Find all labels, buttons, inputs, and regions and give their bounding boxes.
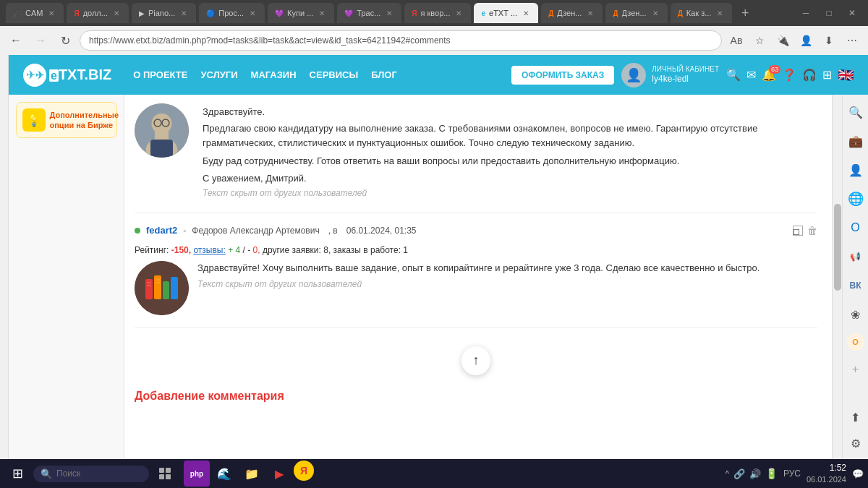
keyboard-layout[interactable]: РУС: [783, 468, 801, 479]
headset-icon[interactable]: 🎧: [802, 68, 817, 82]
battery-icon[interactable]: 🔋: [765, 468, 778, 479]
taskbar-search-input[interactable]: [56, 468, 129, 479]
nav-about[interactable]: О ПРОЕКТЕ: [133, 69, 187, 80]
sidebar-widget[interactable]: 💡 Дополнительные опции на Бирже: [16, 102, 117, 138]
right-settings-icon[interactable]: ⚙: [846, 433, 866, 453]
rating-line: Рейтинг: -150, отзывы: + 4 / - 0, другие…: [135, 245, 817, 255]
address-bar[interactable]: https://www.etxt.biz/admin.php?mod=tasks…: [80, 30, 722, 51]
tab-pros[interactable]: 🔵 Прос... ✕: [199, 3, 265, 23]
right-ok-icon[interactable]: О: [847, 333, 864, 351]
download-icon[interactable]: ⬇: [819, 30, 839, 51]
taskbar-php-icon[interactable]: php: [184, 461, 210, 487]
tab-kvorp[interactable]: Я я квор... ✕: [404, 3, 471, 23]
tab-dzen1[interactable]: Д Дзен... ✕: [541, 3, 603, 23]
person-avatar-svg: [135, 103, 189, 158]
tab-close-kvorp[interactable]: ✕: [454, 8, 464, 18]
taskbar-yandex-icon[interactable]: Я: [294, 461, 314, 481]
tab-close-pros[interactable]: ✕: [247, 8, 258, 18]
taskbar-search[interactable]: 🔍: [33, 466, 149, 482]
taskbar-files-icon[interactable]: 📁: [239, 461, 265, 487]
network-icon[interactable]: 🔗: [733, 468, 745, 479]
tab-close-dzen2[interactable]: ✕: [650, 8, 660, 18]
show-hidden-icon[interactable]: ^: [726, 469, 729, 478]
tab-close-cam[interactable]: ✕: [46, 8, 56, 18]
maximize-button[interactable]: □: [819, 3, 839, 23]
site-logo[interactable]: ✈ еTXT.BIZ: [23, 64, 111, 87]
reviews-link[interactable]: отзывы:: [193, 245, 225, 255]
scrollbar-area[interactable]: [832, 95, 842, 459]
right-vk-icon[interactable]: ВК: [846, 275, 866, 296]
taskbar-youtube-icon[interactable]: ▶: [266, 461, 292, 487]
nav-shop[interactable]: МАГАЗИН: [251, 69, 297, 80]
back-button[interactable]: ←: [6, 30, 26, 51]
comment2-checkbox[interactable]: □: [793, 226, 803, 236]
extensions-icon[interactable]: 🔌: [773, 30, 793, 51]
right-notif-icon[interactable]: 📢: [846, 247, 866, 267]
nav-blog[interactable]: БЛОГ: [371, 69, 397, 80]
new-tab-button[interactable]: +: [735, 3, 755, 23]
notification-badge[interactable]: 🔔 63: [762, 68, 776, 82]
tab-tras[interactable]: 💜 Трас... ✕: [337, 3, 401, 23]
right-share-icon[interactable]: ⬆: [846, 407, 866, 427]
scrollbar-thumb[interactable]: [834, 204, 841, 291]
other-value: 8,: [323, 245, 331, 255]
svg-rect-17: [159, 468, 164, 473]
right-add-icon[interactable]: +: [846, 359, 866, 380]
taskbar: ⊞ 🔍 php 🌊 📁 ▶ Я ^ 🔗 �: [0, 459, 868, 488]
scroll-top-button[interactable]: ↑: [461, 346, 490, 375]
comment2-block: fedart2 - Федоров Александр Артемович , …: [135, 222, 817, 328]
comment2-header: fedart2 - Федоров Александр Артемович , …: [135, 222, 817, 239]
taskbar-edge-icon[interactable]: 🌊: [211, 461, 237, 487]
notifications-taskbar-icon[interactable]: 💬: [852, 468, 864, 479]
tab-kupi[interactable]: 💜 Купи ... ✕: [268, 3, 334, 23]
tab-close-dollar[interactable]: ✕: [111, 8, 122, 18]
right-outlook-icon[interactable]: O: [846, 218, 866, 238]
bookmark-icon[interactable]: ☆: [749, 30, 770, 51]
bulb-icon: 💡: [27, 114, 41, 127]
mail-icon[interactable]: ✉: [746, 68, 756, 82]
tab-close-kupi[interactable]: ✕: [317, 8, 327, 18]
order-button[interactable]: ОФОРМИТЬ ЗАКАЗ: [511, 66, 614, 85]
settings-icon[interactable]: ⋯: [842, 30, 862, 51]
tab-piano[interactable]: ▶ Piano... ✕: [132, 3, 196, 23]
nav-services[interactable]: УСЛУГИ: [200, 69, 237, 80]
user-avatar: 👤: [621, 63, 646, 87]
right-flower-icon[interactable]: ❀: [846, 304, 866, 325]
translate-icon[interactable]: Aв: [726, 30, 746, 51]
tab-close-piano[interactable]: ✕: [179, 8, 189, 18]
right-search-icon[interactable]: 🔍: [846, 102, 866, 122]
nav-servicesalt[interactable]: СЕРВИСЫ: [310, 69, 359, 80]
taskbar-icons: ^ 🔗 🔊 🔋: [726, 468, 778, 479]
close-button[interactable]: ✕: [842, 3, 862, 23]
comment2-greeting: Здравствуйте! Хочу выполнить ваше задани…: [197, 261, 817, 275]
taskbar-app-taskview[interactable]: [152, 461, 178, 487]
header-right: ОФОРМИТЬ ЗАКАЗ 👤 ЛИЧНЫЙ КАБИНЕТ ly4ke-le…: [511, 63, 854, 87]
comment2-delete[interactable]: 🗑: [807, 225, 817, 236]
language-flag[interactable]: 🇬🇧: [838, 67, 854, 83]
widget-icon: 💡: [22, 108, 46, 132]
start-button[interactable]: ⊞: [4, 461, 30, 487]
volume-icon[interactable]: 🔊: [749, 468, 761, 479]
tab-dollar[interactable]: Я долл... ✕: [67, 3, 129, 23]
refresh-button[interactable]: ↻: [55, 30, 75, 51]
minimize-button[interactable]: ─: [796, 3, 816, 23]
tab-kak[interactable]: Д Как з... ✕: [671, 3, 733, 23]
first-comment: Здравствуйте. Предлагаю свою кандидатуру…: [135, 103, 817, 198]
right-globe-icon[interactable]: 🌐: [846, 189, 866, 209]
taskbar-date: 06.01.2024: [807, 474, 846, 485]
help-icon[interactable]: ❓: [782, 68, 796, 82]
tab-close-etxt[interactable]: ✕: [521, 8, 531, 18]
tab-close-dzen1[interactable]: ✕: [585, 8, 595, 18]
profile-icon[interactable]: 👤: [796, 30, 816, 51]
tab-dzen2[interactable]: Д Дзен... ✕: [605, 3, 667, 23]
right-user-icon[interactable]: 👤: [846, 160, 866, 180]
forward-button[interactable]: →: [30, 30, 51, 51]
tab-cam[interactable]: 🎥 CAM ✕: [6, 3, 64, 23]
tab-close-kak[interactable]: ✕: [715, 8, 725, 18]
comment2-username[interactable]: fedart2: [146, 225, 177, 236]
right-briefcase-icon[interactable]: 💼: [846, 131, 866, 151]
tab-etxt[interactable]: е еТХТ ... ✕: [474, 3, 538, 23]
tab-close-tras[interactable]: ✕: [384, 8, 394, 18]
search-header-icon[interactable]: 🔍: [726, 68, 741, 82]
grid-icon[interactable]: ⊞: [822, 68, 832, 82]
